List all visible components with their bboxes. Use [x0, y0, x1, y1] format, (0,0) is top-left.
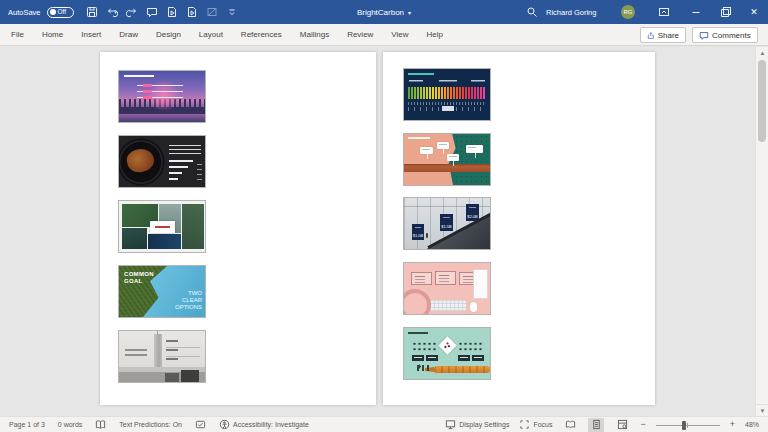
outlined-card [411, 272, 432, 285]
scroll-down-icon[interactable]: ▼ [756, 404, 768, 416]
ribbon-tab-insert[interactable]: Insert [72, 24, 110, 45]
vertical-scrollbar-thumb[interactable] [758, 60, 766, 142]
disabled-qat-icon [204, 5, 219, 20]
ribbon-tab-file[interactable]: File [2, 24, 33, 45]
undo-icon[interactable]: ▾ [104, 5, 119, 20]
share-icon [647, 30, 655, 41]
billboard-poster: $1.0B [412, 224, 424, 240]
redo-icon[interactable] [124, 5, 139, 20]
ribbon-tab-layout[interactable]: Layout [190, 24, 232, 45]
display-settings-label: Display Settings [459, 421, 509, 428]
slide-text-left [125, 347, 147, 356]
close-button[interactable]: ✕ [740, 0, 768, 24]
zoom-slider-track [656, 425, 720, 426]
outlined-card [435, 271, 456, 285]
page-1: COMMON GOAL TWO CLEAR OPTIONS [100, 52, 376, 405]
zoom-slider-notch [687, 423, 688, 428]
slide-subheading: TWO CLEAR OPTIONS [168, 290, 202, 311]
slide-thumbnail-3-nature-collage[interactable] [118, 200, 206, 253]
comments-button[interactable]: Comments [692, 27, 758, 43]
word-count[interactable]: 0 words [58, 421, 83, 428]
boardwalk-band [404, 164, 490, 172]
print-layout-icon [591, 419, 602, 430]
minimize-button[interactable] [682, 0, 710, 24]
slide-thumbnail-2-steak-skillet[interactable] [118, 135, 206, 188]
callout-box [466, 145, 483, 153]
share-button[interactable]: Share [640, 27, 686, 43]
zoom-out-button[interactable]: − [640, 420, 645, 429]
ribbon-tab-row: File Home Insert Draw Design Layout Refe… [0, 24, 768, 46]
zoom-level[interactable]: 48% [745, 421, 759, 428]
tiny-people [417, 362, 431, 371]
search-icon[interactable] [524, 4, 540, 20]
callout-box [420, 147, 433, 154]
document-canvas[interactable]: COMMON GOAL TWO CLEAR OPTIONS [0, 47, 755, 416]
document-title-text: BrightCarbon [357, 8, 404, 17]
quick-access-toolbar: ▾ [84, 0, 239, 24]
slide-thumbnail-6-gradient-bars[interactable] [403, 68, 491, 121]
zoom-slider-thumb[interactable] [682, 421, 686, 430]
text-predictions-status[interactable]: Text Predictions: On [119, 421, 182, 428]
ribbon-tab-references[interactable]: References [232, 24, 291, 45]
document-title[interactable]: BrightCarbon ▾ [357, 0, 411, 24]
zoom-slider[interactable] [656, 420, 720, 430]
bullet-line [137, 96, 183, 99]
vertical-scrollbar[interactable]: ▲ ▼ [755, 47, 768, 416]
comments-label: Comments [712, 31, 751, 40]
steak-image [125, 146, 156, 174]
ribbon-tab-review[interactable]: Review [338, 24, 382, 45]
proofing-icon[interactable] [95, 419, 106, 430]
restore-button[interactable] [712, 0, 740, 24]
focus-label: Focus [533, 421, 552, 428]
scroll-up-icon[interactable]: ▲ [756, 47, 768, 59]
editor-check-icon[interactable] [195, 419, 206, 430]
autosave-toggle[interactable]: Off [47, 7, 74, 18]
center-label-card [150, 221, 175, 233]
slide-thumbnail-9-pink-desk[interactable] [403, 262, 491, 315]
focus-icon [519, 419, 530, 430]
customize-qat-icon[interactable] [224, 5, 239, 20]
label-boxes-right [458, 355, 484, 361]
comments-icon [699, 30, 709, 41]
display-settings-button[interactable]: Display Settings [445, 419, 509, 430]
autosave-state: Off [58, 9, 67, 16]
slide-thumbnail-5-skyscraper[interactable] [118, 330, 206, 383]
autosave-toggle-knob [50, 9, 56, 15]
undo-dropdown-icon[interactable]: ▾ [114, 9, 117, 15]
slide-text-right [166, 339, 200, 365]
ribbon-tab-view[interactable]: View [382, 24, 417, 45]
skyscraper-tower [154, 334, 162, 369]
avatar[interactable]: RG [621, 5, 635, 19]
collage-photo-water [148, 234, 181, 249]
focus-button[interactable]: Focus [519, 419, 552, 430]
zoom-in-button[interactable]: + [730, 420, 735, 429]
slide-thumbnail-4-forest-aerial[interactable]: COMMON GOAL TWO CLEAR OPTIONS [118, 265, 206, 318]
play-page-icon-2[interactable] [184, 5, 199, 20]
title-dropdown-icon: ▾ [408, 9, 411, 16]
ribbon-tab-mailings[interactable]: Mailings [291, 24, 338, 45]
ribbon-tab-design[interactable]: Design [147, 24, 190, 45]
slide-thumbnail-1-city-skyline-dusk[interactable] [118, 70, 206, 123]
slide-text-block [169, 143, 201, 154]
people-icon-grid-right [458, 341, 484, 352]
ribbon-tab-help[interactable]: Help [418, 24, 452, 45]
new-comment-icon[interactable] [144, 5, 159, 20]
ribbon-display-options-icon[interactable] [650, 0, 678, 24]
slide-thumbnail-8-station-billboards[interactable]: $1.0B $1.5B $2.0B [403, 197, 491, 250]
ribbon-tab-draw[interactable]: Draw [110, 24, 147, 45]
web-layout-button[interactable] [614, 418, 630, 432]
accessibility-status[interactable]: Accessibility: Investigate [233, 421, 309, 428]
autosave-label: AutoSave [8, 8, 41, 17]
slide-thumbnail-10-network-cable[interactable] [403, 327, 491, 380]
collage-photo-leaves [182, 204, 204, 249]
ribbon-tab-home[interactable]: Home [33, 24, 72, 45]
save-icon[interactable] [84, 5, 99, 20]
play-page-icon-1[interactable] [164, 5, 179, 20]
network-cable [434, 366, 490, 373]
slide-thumbnail-7-beach-aerial[interactable] [403, 133, 491, 186]
read-mode-button[interactable] [562, 418, 578, 432]
print-layout-button[interactable] [588, 418, 604, 432]
user-name[interactable]: Richard Goring [546, 0, 596, 24]
page-indicator[interactable]: Page 1 of 3 [9, 421, 45, 428]
mini-bar-chart [169, 160, 202, 181]
